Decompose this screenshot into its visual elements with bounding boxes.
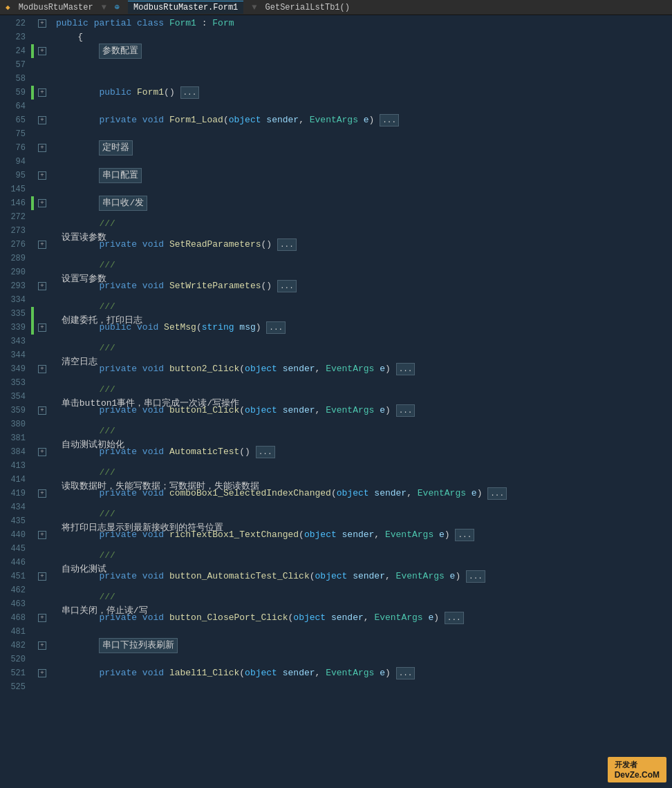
line-number: 413 <box>0 459 31 473</box>
line-number: 451 <box>0 570 31 583</box>
code-content: private void button_ClosePort_Click(obje… <box>53 611 672 625</box>
code-line: 359+ private void button1_Click(object s… <box>0 404 672 418</box>
line-number: 65 <box>0 113 31 127</box>
code-content: private void button1_Click(object sender… <box>53 404 672 418</box>
line-number: 344 <box>0 348 31 362</box>
line-number: 24 <box>0 44 31 58</box>
code-line: 525 <box>0 680 672 694</box>
code-line: 76+ 定时器 <box>0 141 672 155</box>
fold-button[interactable]: + <box>38 365 46 373</box>
fold-button[interactable]: + <box>38 116 46 124</box>
code-line: 414 /// 读取数据时，失能写数据；写数据时，失能读数据 <box>0 473 672 487</box>
line-number: 445 <box>0 542 31 556</box>
line-number: 23 <box>0 30 31 44</box>
fold-button[interactable]: + <box>38 144 46 152</box>
gutter-cell: + <box>31 144 53 152</box>
code-content: 串口收/发 <box>53 196 672 211</box>
code-line: 384+ private void AutomaticTest() ... <box>0 445 672 459</box>
line-number: 463 <box>0 597 31 611</box>
line-number: 343 <box>0 335 31 348</box>
fold-button[interactable]: + <box>38 614 46 622</box>
ellipsis[interactable]: ... <box>180 86 200 99</box>
fold-button[interactable]: + <box>38 88 46 97</box>
ellipsis[interactable]: ... <box>396 363 416 375</box>
code-line: 276+ private void SetReadParameters() ..… <box>0 238 672 252</box>
line-number: 354 <box>0 390 31 404</box>
code-line: 24+ 参数配置 <box>0 44 672 58</box>
fold-button[interactable]: + <box>38 641 46 650</box>
fold-button[interactable]: + <box>38 531 46 539</box>
code-line: 57 <box>0 58 672 72</box>
code-content: private void comboBox1_SelectedIndexChan… <box>53 487 672 500</box>
change-indicator <box>31 307 34 321</box>
line-number: 75 <box>0 127 31 141</box>
fold-button[interactable]: + <box>38 572 46 581</box>
code-line: 22+public partial class Form1 : Form <box>0 17 672 30</box>
code-lines: 22+public partial class Form1 : Form23 {… <box>0 15 672 788</box>
gutter-cell: + <box>31 489 53 498</box>
fold-button[interactable]: + <box>38 241 46 249</box>
gutter-cell: + <box>31 199 53 207</box>
tab1-label[interactable]: ModbusRtuMaster.Form1 <box>128 1 243 14</box>
ellipsis[interactable]: ... <box>487 487 507 500</box>
fold-button[interactable]: + <box>38 489 46 498</box>
fold-button[interactable]: + <box>38 171 46 180</box>
ellipsis[interactable]: ... <box>396 404 416 417</box>
fold-button[interactable]: + <box>38 199 46 207</box>
tab1-icon: ⊕ <box>115 2 120 12</box>
ellipsis[interactable]: ... <box>455 529 474 541</box>
line-number: 468 <box>0 611 31 625</box>
code-line: 145 <box>0 182 672 196</box>
ellipsis[interactable]: ... <box>396 667 416 679</box>
code-line: 146+ 串口收/发 <box>0 196 672 210</box>
code-content: public void SetMsg(string msg) ... <box>53 321 672 335</box>
code-content: private void label11_Click(object sender… <box>53 666 672 680</box>
gutter-cell: + <box>31 448 53 456</box>
line-number: 481 <box>0 625 31 639</box>
fold-button[interactable]: + <box>38 669 46 677</box>
code-line: 335 /// 创建委托，打印日志 <box>0 307 672 321</box>
editor-container: 22+public partial class Form1 : Form23 {… <box>0 15 672 788</box>
line-number: 446 <box>0 556 31 570</box>
code-line: 349+ private void button2_Click(object s… <box>0 362 672 376</box>
line-number: 95 <box>0 169 31 182</box>
ellipsis[interactable]: ... <box>445 612 464 624</box>
line-number: 434 <box>0 500 31 514</box>
change-indicator <box>31 196 34 210</box>
line-number: 435 <box>0 514 31 528</box>
ellipsis[interactable]: ... <box>466 570 485 583</box>
fold-button[interactable]: + <box>38 323 46 332</box>
gutter-cell: + <box>31 323 53 332</box>
gutter-cell: + <box>31 171 53 180</box>
ellipsis[interactable]: ... <box>277 280 297 292</box>
line-number: 94 <box>0 155 31 169</box>
code-content: private void SetReadParameters() ... <box>53 238 672 252</box>
code-content: 串口配置 <box>53 168 672 183</box>
line-number: 353 <box>0 376 31 390</box>
code-content: 参数配置 <box>53 44 672 59</box>
line-number: 59 <box>0 86 31 100</box>
gutter-cell: + <box>31 241 53 249</box>
code-line: 482+ 串口下拉列表刷新 <box>0 639 672 653</box>
ellipsis[interactable]: ... <box>380 114 399 126</box>
code-line: 59+ public Form1() ... <box>0 86 672 100</box>
line-number: 482 <box>0 639 31 653</box>
fold-button[interactable]: + <box>38 282 46 290</box>
separator1: ▼ <box>102 3 106 12</box>
ellipsis[interactable]: ... <box>256 446 275 458</box>
fold-button[interactable]: + <box>38 19 46 28</box>
watermark-top: 开发者 <box>615 760 660 770</box>
ellipsis[interactable]: ... <box>266 321 286 334</box>
line-number: 64 <box>0 100 31 113</box>
code-line: 290 /// 设置写参数 <box>0 265 672 279</box>
project-name: ModbusRtuMaster <box>19 3 93 12</box>
line-number: 76 <box>0 141 31 155</box>
fold-button[interactable]: + <box>38 47 46 55</box>
code-line: 521+ private void label11_Click(object s… <box>0 666 672 680</box>
fold-button[interactable]: + <box>38 448 46 456</box>
ellipsis[interactable]: ... <box>277 238 297 251</box>
fold-button[interactable]: + <box>38 406 46 415</box>
code-line: 339+ public void SetMsg(string msg) ... <box>0 321 672 335</box>
line-number: 290 <box>0 265 31 279</box>
line-number: 525 <box>0 680 31 694</box>
